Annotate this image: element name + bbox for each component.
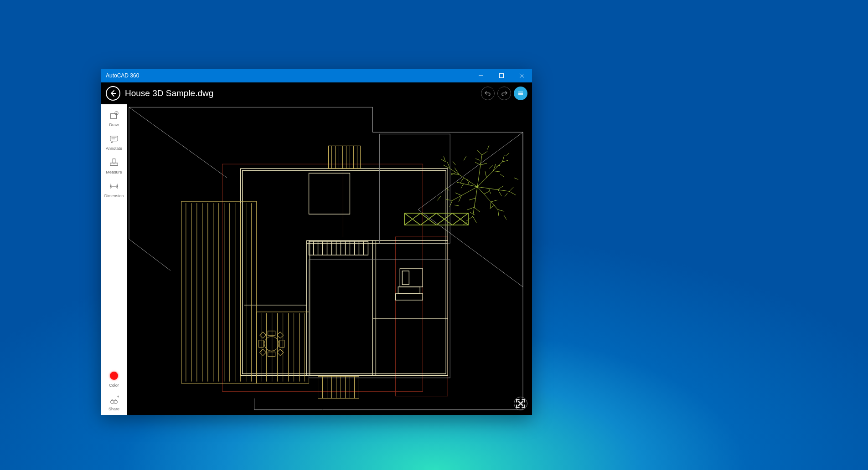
tool-annotate[interactable]: Annotate	[101, 131, 127, 154]
tool-label: Color	[109, 383, 119, 388]
header-bar: House 3D Sample.dwg	[101, 82, 532, 104]
redo-button[interactable]	[497, 87, 511, 100]
svg-point-21	[114, 400, 117, 404]
tool-label: Measure	[106, 170, 122, 174]
tool-label: Annotate	[106, 146, 122, 151]
minimize-button[interactable]	[470, 69, 491, 82]
back-button[interactable]	[106, 86, 120, 101]
svg-text:+: +	[117, 394, 119, 399]
close-button[interactable]	[512, 69, 532, 82]
undo-button[interactable]	[481, 87, 495, 100]
maximize-button[interactable]	[491, 69, 512, 82]
sidebar-spacer	[101, 202, 127, 368]
app-window: AutoCAD 360 House 3D Sample.dwg	[101, 69, 532, 415]
svg-rect-36	[309, 173, 350, 214]
app-body: Draw Annotate Measure Dimension	[101, 104, 532, 415]
svg-rect-87	[329, 146, 361, 169]
svg-rect-24	[395, 237, 448, 396]
share-icon: +	[108, 394, 119, 405]
svg-rect-78	[318, 377, 359, 398]
tool-draw[interactable]: Draw	[101, 107, 127, 131]
zoom-extents-button[interactable]	[514, 397, 527, 410]
svg-rect-26	[241, 169, 448, 375]
document-title: House 3D Sample.dwg	[125, 88, 476, 98]
header-actions	[481, 87, 527, 100]
menu-button[interactable]	[514, 87, 527, 100]
svg-rect-115	[379, 134, 450, 243]
svg-rect-98	[280, 340, 284, 347]
tool-measure[interactable]: Measure	[101, 154, 127, 178]
cad-drawing	[127, 104, 532, 415]
svg-rect-53	[398, 287, 420, 293]
svg-rect-104	[277, 349, 284, 356]
svg-rect-1	[499, 74, 503, 78]
annotate-icon	[108, 133, 119, 144]
dimension-icon	[108, 181, 119, 192]
svg-rect-103	[260, 349, 266, 356]
svg-rect-9	[110, 136, 118, 141]
svg-rect-102	[277, 332, 284, 338]
svg-rect-50	[400, 269, 423, 287]
svg-rect-27	[243, 170, 446, 373]
measure-icon	[108, 157, 119, 168]
draw-icon	[108, 110, 119, 121]
tool-dimension[interactable]: Dimension	[101, 178, 127, 202]
svg-rect-99	[268, 331, 275, 336]
svg-rect-52	[395, 294, 423, 300]
titlebar[interactable]: AutoCAD 360	[101, 69, 532, 82]
svg-rect-23	[222, 164, 423, 391]
tool-label: Draw	[109, 123, 119, 127]
color-swatch-icon	[108, 370, 119, 381]
tool-sidebar: Draw Annotate Measure Dimension	[101, 104, 127, 415]
tool-label: Dimension	[104, 194, 124, 198]
svg-point-20	[111, 400, 114, 404]
svg-rect-51	[402, 271, 409, 285]
svg-rect-100	[268, 352, 275, 357]
svg-rect-54	[181, 201, 257, 383]
tool-color[interactable]: Color	[101, 368, 127, 391]
tool-label: Share	[108, 407, 119, 411]
svg-rect-101	[260, 332, 266, 338]
window-controls	[470, 69, 532, 82]
app-title: AutoCAD 360	[106, 72, 470, 79]
svg-rect-12	[113, 159, 115, 163]
drawing-canvas[interactable]	[127, 104, 532, 415]
tool-share[interactable]: + Share	[101, 391, 127, 415]
